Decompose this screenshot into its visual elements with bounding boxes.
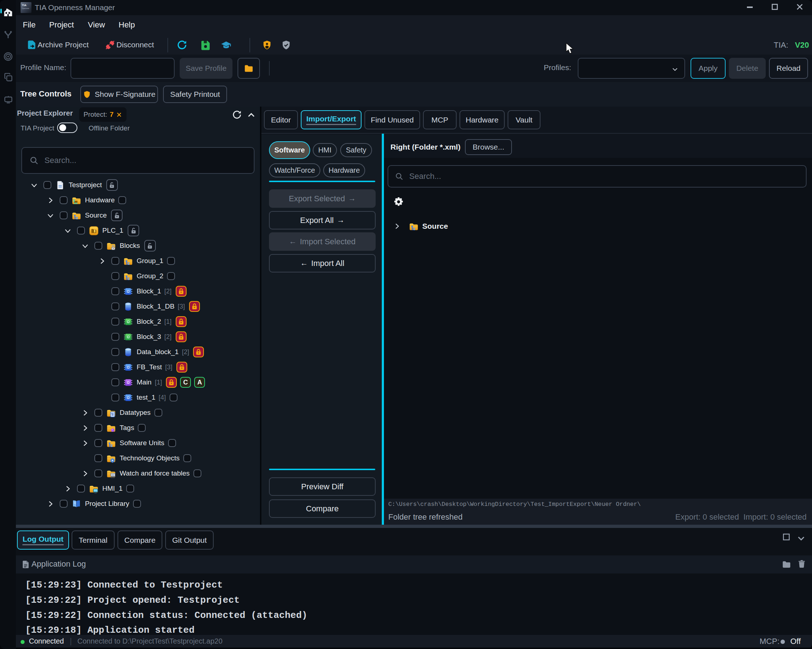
svg-text:TIA: TIA xyxy=(22,4,27,7)
svg-text:Openness: Openness xyxy=(22,8,30,9)
